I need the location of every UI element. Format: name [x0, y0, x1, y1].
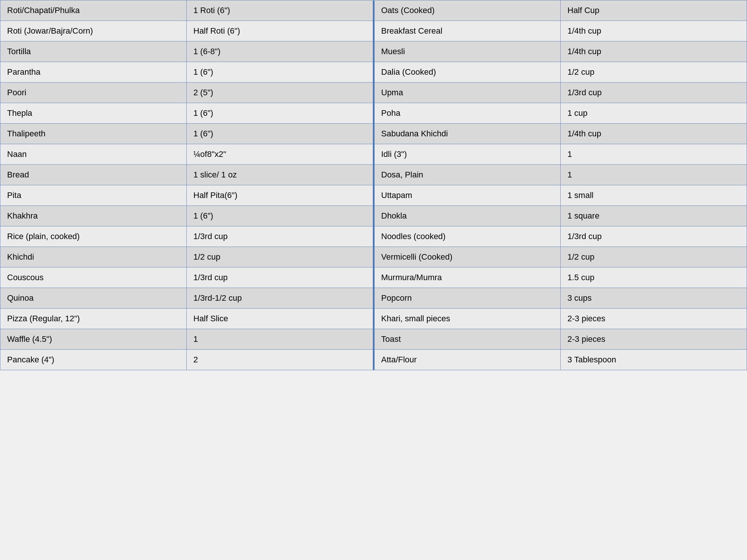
left-food-cell: Pizza (Regular, 12") [0, 309, 187, 329]
right-serving-cell: 1/2 cup [561, 62, 747, 83]
left-food-cell: Pancake (4") [0, 350, 187, 370]
left-food-cell: Naan [0, 144, 187, 165]
right-food-cell: Khari, small pieces [374, 309, 561, 329]
right-food-cell: Oats (Cooked) [374, 0, 561, 21]
left-serving-cell: 1 (6-8") [186, 41, 373, 62]
left-food-cell: Thalipeeth [0, 124, 187, 144]
left-serving-cell: 1 (6") [186, 206, 373, 226]
right-food-cell: Dhokla [374, 206, 561, 226]
left-food-cell: Tortilla [0, 41, 187, 62]
left-food-cell: Couscous [0, 267, 187, 288]
left-food-cell: Roti/Chapati/Phulka [0, 0, 187, 21]
left-food-cell: Roti (Jowar/Bajra/Corn) [0, 21, 187, 41]
right-food-cell: Upma [374, 83, 561, 103]
right-serving-cell: 1 square [561, 206, 747, 226]
left-serving-cell: Half Pita(6") [186, 185, 373, 206]
left-serving-cell: Half Slice [186, 309, 373, 329]
right-serving-cell: Half Cup [561, 0, 747, 21]
right-serving-cell: 1/3rd cup [561, 83, 747, 103]
left-food-cell: Waffle (4.5") [0, 329, 187, 350]
left-serving-cell: 1 (6") [186, 62, 373, 83]
right-serving-cell: 1/3rd cup [561, 226, 747, 247]
left-serving-cell: ¼of8"x2" [186, 144, 373, 165]
left-serving-cell: 2 [186, 350, 373, 370]
left-food-cell: Khakhra [0, 206, 187, 226]
right-food-cell: Muesli [374, 41, 561, 62]
food-table: Roti/Chapati/Phulka1 Roti (6")Oats (Cook… [0, 0, 747, 370]
left-serving-cell: 1/3rd cup [186, 267, 373, 288]
right-food-cell: Toast [374, 329, 561, 350]
right-food-cell: Breakfast Cereal [374, 21, 561, 41]
right-food-cell: Uttapam [374, 185, 561, 206]
main-container: Roti/Chapati/Phulka1 Roti (6")Oats (Cook… [0, 0, 747, 370]
right-serving-cell: 1 cup [561, 103, 747, 124]
left-food-cell: Parantha [0, 62, 187, 83]
left-food-cell: Poori [0, 83, 187, 103]
right-serving-cell: 1.5 cup [561, 267, 747, 288]
right-serving-cell: 1 [561, 144, 747, 165]
left-serving-cell: Half Roti (6") [186, 21, 373, 41]
right-serving-cell: 1/2 cup [561, 247, 747, 267]
left-food-cell: Bread [0, 165, 187, 185]
left-food-cell: Pita [0, 185, 187, 206]
left-food-cell: Quinoa [0, 288, 187, 309]
right-food-cell: Popcorn [374, 288, 561, 309]
right-serving-cell: 1 small [561, 185, 747, 206]
right-serving-cell: 3 Tablespoon [561, 350, 747, 370]
left-serving-cell: 1/3rd-1/2 cup [186, 288, 373, 309]
right-food-cell: Dosa, Plain [374, 165, 561, 185]
right-serving-cell: 1 [561, 165, 747, 185]
right-food-cell: Atta/Flour [374, 350, 561, 370]
left-serving-cell: 1/3rd cup [186, 226, 373, 247]
right-serving-cell: 1/4th cup [561, 124, 747, 144]
left-serving-cell: 2 (5") [186, 83, 373, 103]
right-food-cell: Sabudana Khichdi [374, 124, 561, 144]
left-serving-cell: 1 [186, 329, 373, 350]
right-food-cell: Noodles (cooked) [374, 226, 561, 247]
left-food-cell: Thepla [0, 103, 187, 124]
left-food-cell: Rice (plain, cooked) [0, 226, 187, 247]
right-food-cell: Vermicelli (Cooked) [374, 247, 561, 267]
right-food-cell: Idli (3") [374, 144, 561, 165]
left-serving-cell: 1 (6") [186, 103, 373, 124]
left-food-cell: Khichdi [0, 247, 187, 267]
right-food-cell: Dalia (Cooked) [374, 62, 561, 83]
right-food-cell: Murmura/Mumra [374, 267, 561, 288]
right-serving-cell: 1/4th cup [561, 21, 747, 41]
left-serving-cell: 1 Roti (6") [186, 0, 373, 21]
right-serving-cell: 2-3 pieces [561, 309, 747, 329]
left-serving-cell: 1 (6") [186, 124, 373, 144]
right-serving-cell: 1/4th cup [561, 41, 747, 62]
right-serving-cell: 3 cups [561, 288, 747, 309]
left-serving-cell: 1/2 cup [186, 247, 373, 267]
right-serving-cell: 2-3 pieces [561, 329, 747, 350]
left-serving-cell: 1 slice/ 1 oz [186, 165, 373, 185]
right-food-cell: Poha [374, 103, 561, 124]
